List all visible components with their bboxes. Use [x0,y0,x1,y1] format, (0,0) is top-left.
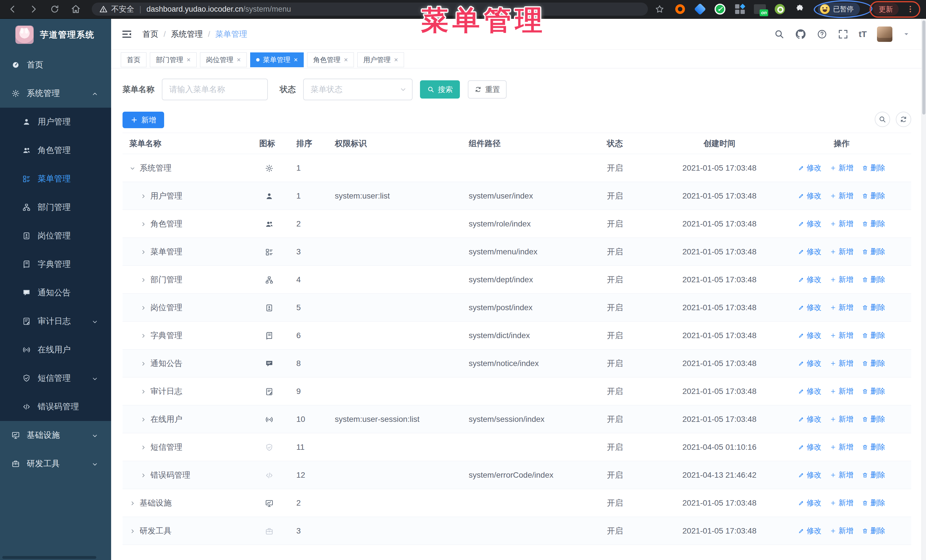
extensions-puzzle-icon[interactable] [794,3,806,15]
expand-row-button[interactable] [140,387,147,396]
extension-icon-grid[interactable] [734,3,746,15]
row-action-删除[interactable]: 删除 [862,219,885,229]
row-action-修改[interactable]: 修改 [798,386,822,396]
menu-name-input[interactable] [162,78,268,100]
row-action-删除[interactable]: 删除 [862,526,885,536]
refresh-table-button[interactable] [896,112,911,127]
extension-icon-key[interactable] [774,3,786,15]
tab-用户管理[interactable]: 用户管理× [357,53,404,67]
expand-row-button[interactable] [140,219,147,228]
add-button[interactable]: 新增 [123,112,164,128]
row-action-新增[interactable]: 新增 [830,219,853,229]
extension-icon-orange[interactable] [674,3,686,15]
expand-row-button[interactable] [140,275,147,284]
page-scrollbar[interactable] [921,19,926,560]
row-action-修改[interactable]: 修改 [798,191,822,201]
row-action-新增[interactable]: 新增 [830,526,853,536]
profile-paused-chip[interactable]: 已暂停 [818,3,860,16]
row-action-新增[interactable]: 新增 [830,247,853,257]
sidebar-item-用户管理[interactable]: 用户管理 [0,108,111,136]
help-button[interactable] [817,29,828,39]
address-bar[interactable]: 不安全 | dashboard.yudao.iocoder.cn/system/… [92,3,648,16]
browser-home-button[interactable] [67,1,84,17]
row-action-删除[interactable]: 删除 [862,191,885,201]
expand-row-button[interactable] [140,247,147,257]
row-action-删除[interactable]: 删除 [862,358,885,368]
tab-close-icon[interactable]: × [237,56,241,64]
sidebar-item-菜单管理[interactable]: 菜单管理 [0,165,111,193]
sidebar-item-字典管理[interactable]: 字典管理 [0,250,111,279]
tab-close-icon[interactable]: × [294,56,298,64]
tab-岗位管理[interactable]: 岗位管理× [200,53,247,67]
header-search-button[interactable] [774,29,785,39]
user-menu-caret[interactable] [903,30,910,38]
expand-row-button[interactable] [140,303,147,312]
row-action-删除[interactable]: 删除 [862,386,885,396]
extension-icon-gem[interactable] [694,3,706,15]
browser-menu-button[interactable] [906,4,915,14]
sidebar-item-审计日志[interactable]: 审计日志 [0,307,111,335]
search-button[interactable]: 搜索 [420,80,460,98]
row-action-删除[interactable]: 删除 [862,470,885,480]
row-action-删除[interactable]: 删除 [862,414,885,424]
expand-row-button[interactable] [129,163,136,173]
extension-icon-on-switch[interactable]: on [754,3,766,15]
row-action-修改[interactable]: 修改 [798,219,822,229]
sidebar-item-通知公告[interactable]: 通知公告 [0,279,111,307]
browser-forward-button[interactable] [25,1,42,17]
row-action-修改[interactable]: 修改 [798,414,822,424]
browser-back-button[interactable] [4,1,21,17]
scrollbar-thumb[interactable] [922,21,925,115]
sidebar-item-基础设施[interactable]: 基础设施 [0,421,111,450]
row-action-修改[interactable]: 修改 [798,331,822,340]
tab-首页[interactable]: 首页 [121,53,147,67]
sidebar-item-研发工具[interactable]: 研发工具 [0,450,111,478]
row-action-新增[interactable]: 新增 [830,358,853,368]
tab-close-icon[interactable]: × [187,56,191,64]
row-action-删除[interactable]: 删除 [862,442,885,452]
row-action-修改[interactable]: 修改 [798,247,822,257]
sidebar-item-错误码管理[interactable]: 错误码管理 [0,392,111,421]
sidebar-item-短信管理[interactable]: 短信管理 [0,364,111,392]
font-size-button[interactable]: tT [859,29,867,39]
sidebar-item-角色管理[interactable]: 角色管理 [0,136,111,165]
row-action-新增[interactable]: 新增 [830,163,853,173]
row-action-新增[interactable]: 新增 [830,386,853,396]
row-action-删除[interactable]: 删除 [862,331,885,340]
status-select[interactable]: 菜单状态 [303,78,413,100]
expand-row-button[interactable] [140,443,147,452]
row-action-新增[interactable]: 新增 [830,442,853,452]
sidebar-item-在线用户[interactable]: 在线用户 [0,335,111,364]
row-action-新增[interactable]: 新增 [830,302,853,312]
github-link[interactable] [795,29,806,40]
row-action-修改[interactable]: 修改 [798,470,822,480]
tab-部门管理[interactable]: 部门管理× [150,53,197,67]
row-action-修改[interactable]: 修改 [798,498,822,508]
row-action-新增[interactable]: 新增 [830,191,853,201]
row-action-删除[interactable]: 删除 [862,498,885,508]
row-action-新增[interactable]: 新增 [830,470,853,480]
row-action-修改[interactable]: 修改 [798,442,822,452]
expand-row-button[interactable] [129,527,136,536]
show-search-toggle-button[interactable] [875,112,890,127]
fullscreen-button[interactable] [838,29,849,39]
browser-update-button[interactable]: 更新 [873,3,899,15]
row-action-新增[interactable]: 新增 [830,498,853,508]
tab-close-icon[interactable]: × [344,56,348,64]
row-action-删除[interactable]: 删除 [862,302,885,312]
sidebar-scrollbar[interactable] [2,556,96,559]
row-action-新增[interactable]: 新增 [830,331,853,340]
collapse-sidebar-button[interactable] [121,28,133,40]
expand-row-button[interactable] [140,415,147,424]
sidebar-item-部门管理[interactable]: 部门管理 [0,193,111,222]
bookmark-star-button[interactable] [655,4,664,14]
row-action-修改[interactable]: 修改 [798,302,822,312]
breadcrumb-item[interactable]: 系统管理 [171,29,203,39]
reset-button[interactable]: 重置 [468,80,507,98]
row-action-新增[interactable]: 新增 [830,414,853,424]
row-action-新增[interactable]: 新增 [830,275,853,285]
expand-row-button[interactable] [140,192,147,201]
expand-row-button[interactable] [140,471,147,480]
extension-icon-green-check[interactable]: ✓ [714,3,726,15]
row-action-删除[interactable]: 删除 [862,275,885,285]
